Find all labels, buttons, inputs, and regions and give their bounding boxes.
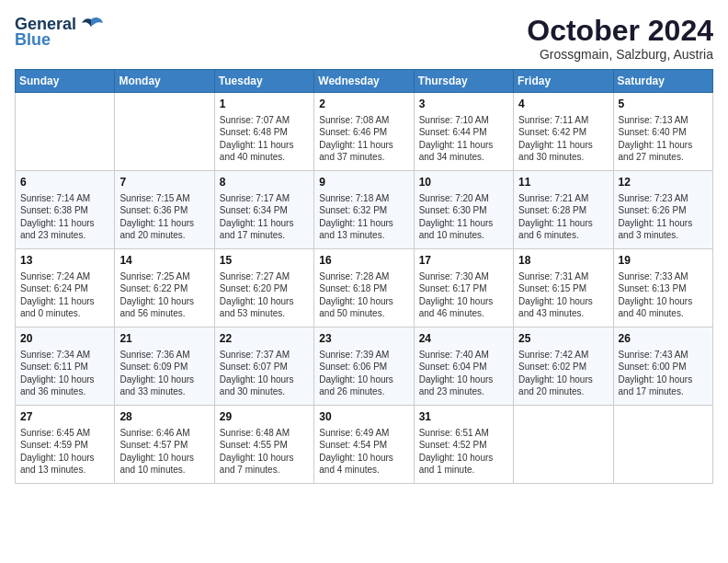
calendar-cell: 10Sunrise: 7:20 AM Sunset: 6:30 PM Dayli… bbox=[414, 171, 513, 249]
day-info: Sunrise: 6:46 AM Sunset: 4:57 PM Dayligh… bbox=[119, 427, 209, 477]
calendar-cell bbox=[514, 406, 613, 484]
day-number: 25 bbox=[518, 331, 608, 347]
day-number: 1 bbox=[220, 97, 309, 112]
day-number: 17 bbox=[419, 253, 508, 269]
logo-bird-icon bbox=[78, 16, 104, 34]
day-of-week-header: Friday bbox=[514, 70, 613, 93]
day-info: Sunrise: 7:08 AM Sunset: 6:46 PM Dayligh… bbox=[319, 114, 408, 164]
day-number: 31 bbox=[419, 409, 508, 425]
day-number: 29 bbox=[220, 409, 309, 425]
day-info: Sunrise: 7:37 AM Sunset: 6:07 PM Dayligh… bbox=[220, 349, 309, 398]
day-of-week-header: Wednesday bbox=[314, 70, 414, 93]
day-info: Sunrise: 7:34 AM Sunset: 6:11 PM Dayligh… bbox=[20, 349, 109, 398]
day-number: 7 bbox=[119, 175, 209, 190]
day-number: 5 bbox=[619, 97, 708, 112]
day-number: 12 bbox=[619, 175, 708, 190]
day-of-week-header: Saturday bbox=[613, 70, 712, 93]
day-of-week-header: Monday bbox=[115, 70, 214, 93]
calendar-cell: 26Sunrise: 7:43 AM Sunset: 6:00 PM Dayli… bbox=[613, 327, 712, 406]
calendar-cell: 3Sunrise: 7:10 AM Sunset: 6:44 PM Daylig… bbox=[414, 93, 513, 171]
day-info: Sunrise: 7:20 AM Sunset: 6:30 PM Dayligh… bbox=[419, 192, 508, 242]
calendar-week-row: 6Sunrise: 7:14 AM Sunset: 6:38 PM Daylig… bbox=[16, 171, 713, 249]
title-area: October 2024 Grossgmain, Salzburg, Austr… bbox=[527, 15, 713, 62]
calendar-cell: 20Sunrise: 7:34 AM Sunset: 6:11 PM Dayli… bbox=[16, 327, 115, 406]
day-number: 11 bbox=[518, 175, 608, 190]
day-number: 4 bbox=[518, 97, 608, 112]
logo: General Blue bbox=[15, 15, 104, 50]
calendar-cell: 17Sunrise: 7:30 AM Sunset: 6:17 PM Dayli… bbox=[414, 249, 513, 327]
day-number: 21 bbox=[119, 331, 209, 347]
day-number: 15 bbox=[220, 253, 309, 269]
calendar-cell: 19Sunrise: 7:33 AM Sunset: 6:13 PM Dayli… bbox=[613, 249, 712, 327]
calendar-cell: 18Sunrise: 7:31 AM Sunset: 6:15 PM Dayli… bbox=[514, 249, 613, 327]
day-number: 24 bbox=[419, 331, 508, 347]
calendar-cell: 9Sunrise: 7:18 AM Sunset: 6:32 PM Daylig… bbox=[314, 171, 414, 249]
calendar-week-row: 20Sunrise: 7:34 AM Sunset: 6:11 PM Dayli… bbox=[16, 327, 713, 406]
day-number: 6 bbox=[20, 175, 109, 190]
day-number: 30 bbox=[319, 409, 408, 425]
logo-blue: Blue bbox=[15, 30, 51, 50]
calendar-cell: 4Sunrise: 7:11 AM Sunset: 6:42 PM Daylig… bbox=[514, 93, 613, 171]
day-number: 10 bbox=[419, 175, 508, 190]
day-info: Sunrise: 6:49 AM Sunset: 4:54 PM Dayligh… bbox=[319, 427, 408, 477]
day-info: Sunrise: 7:15 AM Sunset: 6:36 PM Dayligh… bbox=[119, 192, 209, 242]
calendar-cell: 14Sunrise: 7:25 AM Sunset: 6:22 PM Dayli… bbox=[115, 249, 214, 327]
day-info: Sunrise: 6:48 AM Sunset: 4:55 PM Dayligh… bbox=[220, 427, 309, 477]
calendar-week-row: 27Sunrise: 6:45 AM Sunset: 4:59 PM Dayli… bbox=[16, 406, 713, 484]
calendar-cell: 29Sunrise: 6:48 AM Sunset: 4:55 PM Dayli… bbox=[214, 406, 313, 484]
day-number: 14 bbox=[119, 253, 209, 269]
day-info: Sunrise: 7:24 AM Sunset: 6:24 PM Dayligh… bbox=[20, 270, 109, 320]
calendar-cell: 8Sunrise: 7:17 AM Sunset: 6:34 PM Daylig… bbox=[214, 171, 313, 249]
day-info: Sunrise: 7:27 AM Sunset: 6:20 PM Dayligh… bbox=[220, 270, 309, 320]
day-info: Sunrise: 7:18 AM Sunset: 6:32 PM Dayligh… bbox=[319, 192, 408, 242]
calendar-cell: 5Sunrise: 7:13 AM Sunset: 6:40 PM Daylig… bbox=[613, 93, 712, 171]
calendar-cell: 24Sunrise: 7:40 AM Sunset: 6:04 PM Dayli… bbox=[414, 327, 513, 406]
calendar-cell: 12Sunrise: 7:23 AM Sunset: 6:26 PM Dayli… bbox=[613, 171, 712, 249]
day-info: Sunrise: 7:31 AM Sunset: 6:15 PM Dayligh… bbox=[518, 270, 608, 320]
day-info: Sunrise: 7:14 AM Sunset: 6:38 PM Dayligh… bbox=[20, 192, 109, 242]
day-number: 28 bbox=[119, 409, 209, 425]
calendar-cell: 27Sunrise: 6:45 AM Sunset: 4:59 PM Dayli… bbox=[16, 406, 115, 484]
calendar-cell: 25Sunrise: 7:42 AM Sunset: 6:02 PM Dayli… bbox=[514, 327, 613, 406]
day-info: Sunrise: 7:39 AM Sunset: 6:06 PM Dayligh… bbox=[319, 349, 408, 398]
day-info: Sunrise: 7:28 AM Sunset: 6:18 PM Dayligh… bbox=[319, 270, 408, 320]
day-info: Sunrise: 7:21 AM Sunset: 6:28 PM Dayligh… bbox=[518, 192, 608, 242]
day-info: Sunrise: 7:17 AM Sunset: 6:34 PM Dayligh… bbox=[220, 192, 309, 242]
day-info: Sunrise: 7:11 AM Sunset: 6:42 PM Dayligh… bbox=[518, 114, 608, 164]
day-info: Sunrise: 7:25 AM Sunset: 6:22 PM Dayligh… bbox=[119, 270, 209, 320]
day-info: Sunrise: 7:30 AM Sunset: 6:17 PM Dayligh… bbox=[419, 270, 508, 320]
day-info: Sunrise: 7:36 AM Sunset: 6:09 PM Dayligh… bbox=[119, 349, 209, 398]
calendar-week-row: 13Sunrise: 7:24 AM Sunset: 6:24 PM Dayli… bbox=[16, 249, 713, 327]
calendar-cell: 15Sunrise: 7:27 AM Sunset: 6:20 PM Dayli… bbox=[214, 249, 313, 327]
day-number: 3 bbox=[419, 97, 508, 112]
calendar-cell: 23Sunrise: 7:39 AM Sunset: 6:06 PM Dayli… bbox=[314, 327, 414, 406]
day-number: 18 bbox=[518, 253, 608, 269]
day-number: 23 bbox=[319, 331, 408, 347]
calendar-cell: 7Sunrise: 7:15 AM Sunset: 6:36 PM Daylig… bbox=[115, 171, 214, 249]
day-info: Sunrise: 7:42 AM Sunset: 6:02 PM Dayligh… bbox=[518, 349, 608, 398]
calendar-cell: 22Sunrise: 7:37 AM Sunset: 6:07 PM Dayli… bbox=[214, 327, 313, 406]
day-number: 9 bbox=[319, 175, 408, 190]
header: General Blue October 2024 Grossgmain, Sa… bbox=[15, 15, 713, 62]
day-number: 20 bbox=[20, 331, 109, 347]
calendar-cell: 16Sunrise: 7:28 AM Sunset: 6:18 PM Dayli… bbox=[314, 249, 414, 327]
day-info: Sunrise: 7:33 AM Sunset: 6:13 PM Dayligh… bbox=[619, 270, 708, 320]
calendar-cell: 6Sunrise: 7:14 AM Sunset: 6:38 PM Daylig… bbox=[16, 171, 115, 249]
day-number: 13 bbox=[20, 253, 109, 269]
day-number: 8 bbox=[220, 175, 309, 190]
calendar-cell: 2Sunrise: 7:08 AM Sunset: 6:46 PM Daylig… bbox=[314, 93, 414, 171]
calendar-cell bbox=[613, 406, 712, 484]
day-info: Sunrise: 7:40 AM Sunset: 6:04 PM Dayligh… bbox=[419, 349, 508, 398]
month-title: October 2024 bbox=[527, 15, 713, 47]
day-info: Sunrise: 7:43 AM Sunset: 6:00 PM Dayligh… bbox=[619, 349, 708, 398]
day-of-week-header: Sunday bbox=[16, 70, 115, 93]
calendar-cell bbox=[16, 93, 115, 171]
day-number: 22 bbox=[220, 331, 309, 347]
day-info: Sunrise: 7:10 AM Sunset: 6:44 PM Dayligh… bbox=[419, 114, 508, 164]
calendar-cell bbox=[115, 93, 214, 171]
calendar-cell: 30Sunrise: 6:49 AM Sunset: 4:54 PM Dayli… bbox=[314, 406, 414, 484]
calendar-cell: 1Sunrise: 7:07 AM Sunset: 6:48 PM Daylig… bbox=[214, 93, 313, 171]
calendar-table: SundayMondayTuesdayWednesdayThursdayFrid… bbox=[15, 69, 713, 484]
day-info: Sunrise: 7:07 AM Sunset: 6:48 PM Dayligh… bbox=[220, 114, 309, 164]
day-number: 26 bbox=[619, 331, 708, 347]
